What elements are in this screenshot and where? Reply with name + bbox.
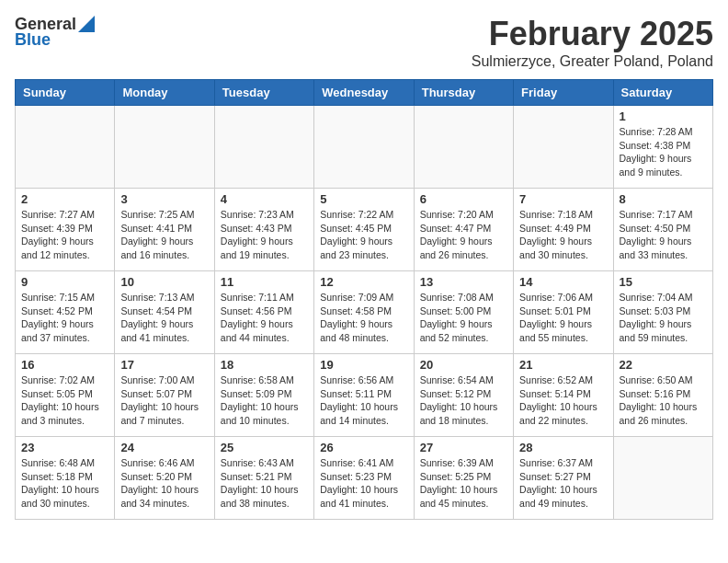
- calendar-week-row: 1Sunrise: 7:28 AM Sunset: 4:38 PM Daylig…: [16, 106, 713, 189]
- calendar-table: SundayMondayTuesdayWednesdayThursdayFrid…: [15, 79, 713, 520]
- logo-icon: [78, 16, 95, 32]
- day-info: Sunrise: 6:41 AM Sunset: 5:23 PM Dayligh…: [320, 456, 407, 511]
- day-info: Sunrise: 7:13 AM Sunset: 4:54 PM Dayligh…: [120, 291, 208, 345]
- day-info: Sunrise: 6:56 AM Sunset: 5:11 PM Dayligh…: [320, 373, 407, 428]
- calendar-cell: 25Sunrise: 6:43 AM Sunset: 5:21 PM Dayli…: [214, 437, 313, 520]
- calendar-cell: 20Sunrise: 6:54 AM Sunset: 5:12 PM Dayli…: [414, 354, 513, 437]
- weekday-header-thursday: Thursday: [414, 80, 513, 106]
- day-info: Sunrise: 6:54 AM Sunset: 5:12 PM Dayligh…: [420, 373, 507, 428]
- calendar-cell: 8Sunrise: 7:17 AM Sunset: 4:50 PM Daylig…: [613, 189, 712, 271]
- day-number: 13: [420, 275, 507, 289]
- title-area: February 2025 Sulmierzyce, Greater Polan…: [472, 15, 713, 70]
- day-info: Sunrise: 7:23 AM Sunset: 4:43 PM Dayligh…: [221, 208, 308, 262]
- day-number: 11: [221, 275, 308, 289]
- day-info: Sunrise: 7:18 AM Sunset: 4:49 PM Dayligh…: [519, 208, 607, 262]
- calendar-cell: 7Sunrise: 7:18 AM Sunset: 4:49 PM Daylig…: [514, 189, 613, 271]
- calendar-cell: [514, 106, 613, 189]
- day-number: 4: [221, 192, 308, 206]
- day-number: 23: [21, 441, 108, 454]
- day-info: Sunrise: 7:06 AM Sunset: 5:01 PM Dayligh…: [519, 291, 607, 345]
- calendar-week-row: 2Sunrise: 7:27 AM Sunset: 4:39 PM Daylig…: [16, 189, 713, 271]
- day-info: Sunrise: 7:15 AM Sunset: 4:52 PM Dayligh…: [21, 291, 108, 345]
- calendar-cell: 27Sunrise: 6:39 AM Sunset: 5:25 PM Dayli…: [414, 437, 513, 520]
- day-info: Sunrise: 7:27 AM Sunset: 4:39 PM Dayligh…: [21, 208, 108, 262]
- calendar-cell: 9Sunrise: 7:15 AM Sunset: 4:52 PM Daylig…: [16, 271, 115, 354]
- calendar-cell: 17Sunrise: 7:00 AM Sunset: 5:07 PM Dayli…: [115, 354, 214, 437]
- day-info: Sunrise: 7:28 AM Sunset: 4:38 PM Dayligh…: [620, 125, 707, 179]
- day-info: Sunrise: 7:20 AM Sunset: 4:47 PM Dayligh…: [420, 208, 507, 262]
- calendar-cell: 4Sunrise: 7:23 AM Sunset: 4:43 PM Daylig…: [214, 189, 313, 271]
- calendar-cell: 14Sunrise: 7:06 AM Sunset: 5:01 PM Dayli…: [514, 271, 613, 354]
- weekday-header-saturday: Saturday: [613, 80, 712, 106]
- day-info: Sunrise: 6:39 AM Sunset: 5:25 PM Dayligh…: [420, 456, 507, 511]
- day-number: 8: [620, 192, 707, 206]
- day-info: Sunrise: 7:02 AM Sunset: 5:05 PM Dayligh…: [21, 373, 108, 428]
- day-info: Sunrise: 7:25 AM Sunset: 4:41 PM Dayligh…: [120, 208, 208, 262]
- day-info: Sunrise: 7:09 AM Sunset: 4:58 PM Dayligh…: [320, 291, 407, 345]
- page-header: General Blue February 2025 Sulmierzyce, …: [15, 15, 713, 70]
- day-number: 1: [620, 109, 707, 123]
- day-number: 7: [519, 192, 607, 206]
- calendar-cell: 13Sunrise: 7:08 AM Sunset: 5:00 PM Dayli…: [414, 271, 513, 354]
- svg-marker-0: [78, 16, 95, 32]
- day-info: Sunrise: 6:50 AM Sunset: 5:16 PM Dayligh…: [620, 373, 707, 428]
- logo: General Blue: [15, 15, 95, 50]
- day-number: 16: [21, 358, 108, 372]
- day-info: Sunrise: 7:04 AM Sunset: 5:03 PM Dayligh…: [620, 291, 707, 345]
- calendar-cell: [314, 106, 414, 189]
- weekday-header-sunday: Sunday: [16, 80, 115, 106]
- calendar-cell: 3Sunrise: 7:25 AM Sunset: 4:41 PM Daylig…: [115, 189, 214, 271]
- day-number: 9: [21, 275, 108, 289]
- day-number: 15: [620, 275, 707, 289]
- calendar-cell: 10Sunrise: 7:13 AM Sunset: 4:54 PM Dayli…: [115, 271, 214, 354]
- calendar-cell: 24Sunrise: 6:46 AM Sunset: 5:20 PM Dayli…: [115, 437, 214, 520]
- day-info: Sunrise: 6:37 AM Sunset: 5:27 PM Dayligh…: [519, 456, 607, 511]
- day-number: 5: [320, 192, 407, 206]
- day-number: 27: [420, 441, 507, 454]
- day-info: Sunrise: 6:46 AM Sunset: 5:20 PM Dayligh…: [120, 456, 208, 511]
- calendar-cell: 11Sunrise: 7:11 AM Sunset: 4:56 PM Dayli…: [214, 271, 313, 354]
- day-info: Sunrise: 6:58 AM Sunset: 5:09 PM Dayligh…: [221, 373, 308, 428]
- calendar-week-row: 16Sunrise: 7:02 AM Sunset: 5:05 PM Dayli…: [16, 354, 713, 437]
- day-number: 10: [120, 275, 208, 289]
- day-number: 14: [519, 275, 607, 289]
- calendar-cell: 5Sunrise: 7:22 AM Sunset: 4:45 PM Daylig…: [314, 189, 414, 271]
- calendar-cell: [414, 106, 513, 189]
- day-info: Sunrise: 6:43 AM Sunset: 5:21 PM Dayligh…: [221, 456, 308, 511]
- day-number: 17: [120, 358, 208, 372]
- calendar-cell: [214, 106, 313, 189]
- day-number: 6: [420, 192, 507, 206]
- day-info: Sunrise: 6:48 AM Sunset: 5:18 PM Dayligh…: [21, 456, 108, 511]
- day-number: 24: [120, 441, 208, 454]
- calendar-week-row: 23Sunrise: 6:48 AM Sunset: 5:18 PM Dayli…: [16, 437, 713, 520]
- location-subtitle: Sulmierzyce, Greater Poland, Poland: [472, 53, 713, 70]
- calendar-cell: 6Sunrise: 7:20 AM Sunset: 4:47 PM Daylig…: [414, 189, 513, 271]
- day-number: 19: [320, 358, 407, 372]
- calendar-cell: 12Sunrise: 7:09 AM Sunset: 4:58 PM Dayli…: [314, 271, 414, 354]
- calendar-cell: 1Sunrise: 7:28 AM Sunset: 4:38 PM Daylig…: [613, 106, 712, 189]
- calendar-cell: 23Sunrise: 6:48 AM Sunset: 5:18 PM Dayli…: [16, 437, 115, 520]
- day-info: Sunrise: 7:11 AM Sunset: 4:56 PM Dayligh…: [221, 291, 308, 345]
- day-number: 18: [221, 358, 308, 372]
- day-number: 3: [120, 192, 208, 206]
- day-info: Sunrise: 7:00 AM Sunset: 5:07 PM Dayligh…: [120, 373, 208, 428]
- calendar-cell: 21Sunrise: 6:52 AM Sunset: 5:14 PM Dayli…: [514, 354, 613, 437]
- day-info: Sunrise: 7:17 AM Sunset: 4:50 PM Dayligh…: [620, 208, 707, 262]
- day-number: 22: [620, 358, 707, 372]
- day-number: 20: [420, 358, 507, 372]
- calendar-cell: 15Sunrise: 7:04 AM Sunset: 5:03 PM Dayli…: [613, 271, 712, 354]
- calendar-cell: [613, 437, 712, 520]
- month-title: February 2025: [472, 15, 713, 53]
- day-number: 28: [519, 441, 607, 454]
- day-info: Sunrise: 7:08 AM Sunset: 5:00 PM Dayligh…: [420, 291, 507, 345]
- calendar-cell: [115, 106, 214, 189]
- weekday-header-tuesday: Tuesday: [214, 80, 313, 106]
- weekday-header-row: SundayMondayTuesdayWednesdayThursdayFrid…: [16, 80, 713, 106]
- calendar-cell: 18Sunrise: 6:58 AM Sunset: 5:09 PM Dayli…: [214, 354, 313, 437]
- day-info: Sunrise: 6:52 AM Sunset: 5:14 PM Dayligh…: [519, 373, 607, 428]
- day-info: Sunrise: 7:22 AM Sunset: 4:45 PM Dayligh…: [320, 208, 407, 262]
- calendar-cell: [16, 106, 115, 189]
- calendar-cell: 22Sunrise: 6:50 AM Sunset: 5:16 PM Dayli…: [613, 354, 712, 437]
- calendar-cell: 28Sunrise: 6:37 AM Sunset: 5:27 PM Dayli…: [514, 437, 613, 520]
- weekday-header-monday: Monday: [115, 80, 214, 106]
